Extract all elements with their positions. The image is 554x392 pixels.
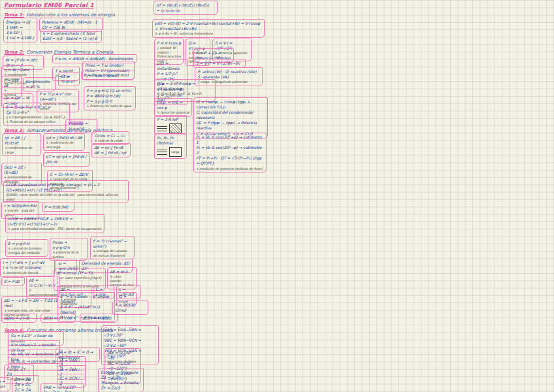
formula-box: ηT = ηc·ηd = ∫Pd·dt / ∫Pc·dt (43, 152, 90, 167)
note-line: de inercia (flywheel) (93, 253, 132, 258)
formula-line: ΔE = m·λ (110, 269, 134, 274)
formula-line: E = n·Cp·½·ρ·π·R²·v³ = Cp·½·ρ·A·v³ (6, 105, 67, 115)
formula-line: ΔE(t) = V·ΔQ(t) (82, 316, 115, 321)
note-line: { ce: calor específico J/(kg·K) } (56, 276, 103, 284)
formula-box: ΔE(t) = ∫ I·V·dt (41, 314, 76, 323)
formula-box: p(t) = v(t)·i(t) = 2·V·I·cos(ωt+θv)·cos(… (152, 19, 265, 38)
formula-box: S̄ = V̄·Ī* = V·I ∠(θv−θi) (193, 59, 246, 68)
formula-line: ĪC = V̄CN / Z̄ (59, 376, 83, 386)
formula-line: P = 3·R·Ief² (157, 117, 184, 122)
formula-line: f.d.p. = P/S = cos φ (157, 100, 189, 110)
formula-line: P = V·I·cos φ (157, 41, 181, 46)
note-line: ↳ calor latente, (110, 274, 134, 283)
formula-line: Energía ⇒ [J] (6, 20, 35, 25)
formula-line: E = ½·I·(ωmax² − ωmin²) (93, 238, 132, 249)
section-heading-text: Introducción a los sistemas de energía (27, 12, 115, 18)
formula-line: ΔE = ηc·∫ Pc·dt (94, 145, 128, 150)
formula-box: ηd = ∫ Pd(t)·dt / ΔE↳ rendimiento de des… (43, 133, 85, 151)
formula-line: S̄ = V̄·Ī* = V·I ∠(θv−θi) (196, 61, 243, 66)
formula-sheet-page: Formulario EM06 Parcial 1 Tema 1:Introdu… (0, 0, 554, 392)
note-line: (€/kWh, coste medio del kWh en la vida ú… (6, 193, 126, 201)
formula-line: ηT = (W₁/E₁)·(W₂/E₂)·(W₃/E₃) (156, 3, 215, 8)
formula-line: I = ½·m·R² (cilindro) (3, 265, 52, 270)
formula-line: P₂ = VL·IL·cos(30°−φ) → vatímetro 2 (196, 145, 264, 155)
formula-line: DoD = ΔE / (E+ΔE) (4, 165, 39, 175)
formula-line: LCOE = CAPEX·FRC/E + OPEX/E = (I₀/E)·(r·… (8, 216, 102, 227)
section-heading: Tema 1:Introducción a los sistemas de en… (4, 12, 115, 18)
formula-line: Pmec = T·ω (motor) (85, 63, 132, 68)
formula-box: η = E aprovechada / E totalEútil = η·E ·… (40, 29, 102, 43)
formula-box: F ≈ 96500 C/mol (112, 301, 148, 315)
formula-box: f.d.p. = P/S = cos φ↳ factor de potencia (154, 98, 192, 117)
formula-line: R₁, R₂, R₃ (Bobina) (157, 135, 184, 146)
formula-box: P = ρ·g·H·Q (Q en m³/s)P = 9800·Q·H [W]P… (84, 86, 136, 110)
formula-box: ĪC = V̄CN / Z̄ (57, 374, 86, 388)
formula-line: Rendimiento ≈ 40 % (25, 79, 53, 90)
formula-line: Triángulo → Estrella: Z̄Y = Z̄Δ/3 (101, 380, 141, 391)
formula-line: QC = P·(tgφ₁ − tgφ₂) → Potencia reactiva (196, 120, 265, 131)
formula-line: ω = (0, 379, 8, 384)
formula-line: C: capacidad del condensador necesaria (196, 110, 265, 120)
note-line: ↳ factor de potencia (157, 110, 189, 115)
formula-line: Z̄A = Z̄B (14, 377, 37, 382)
formula-box: P = E/Δt [W] (42, 203, 74, 212)
formula-line: E° = E°cátodo − E°ánodo (Redox) (60, 294, 112, 304)
formula-line: P = E/Δt [W] (44, 204, 72, 210)
note-line: { n.º aerogeneradores · Cp ≤ 16/27 } (6, 115, 67, 120)
formula-line: PT = P₁+P₂ · QT = √3·(P₂−P₁) {tgφ = QT/P… (196, 155, 264, 166)
note-line: ↳ φ = θv − θi · potencia instantánea (155, 31, 262, 36)
formula-line: Pmax = η·ρ·g·Q·h (52, 240, 85, 250)
note-line: ↳ Potencia de un parque eólico (6, 120, 67, 124)
formula-line: = η₁·η₂·η₃·η₄ (156, 8, 215, 13)
formula-line: F ≈ 96500 C/mol (115, 302, 146, 313)
formula-box: Ec = ½·m·v² (58, 72, 80, 86)
circuit-load-box (169, 123, 182, 133)
section-heading-label: Tema 2: (4, 50, 24, 55)
formula-line: p(t) = v(t)·i(t) = 2·V·I·cos(ωt+θv)·cos(… (155, 21, 262, 31)
formula-line: IC = I·senφ₁ − I·cosφ₁·tgφ₂ ↳ corrección… (196, 99, 265, 110)
circuit-diagram-wattmeter (157, 123, 182, 133)
formula-box: ω =2π·f (0, 377, 10, 391)
formula-box: Z̄A = Z̄BZ̄B = Z̄CZ̄C = Z̄A (12, 375, 39, 392)
section-heading-label: Tema 3: (4, 128, 24, 133)
formula-line: P = η·ρ·g·Q·H (86, 99, 133, 104)
formula-line: ĪAB = I∠(30°−θ) (107, 350, 138, 361)
formula-line: η = W / Qabs (4, 67, 31, 73)
formula-line: ΔE = ∫ Pd·dt / ηd (94, 150, 128, 155)
note-line: ↳ potencia de la turbina (52, 250, 85, 259)
formula-line: 1 kWh = 3,6·10⁶ J (6, 25, 35, 35)
note-line: ↳ medición de potencia (método de Aron) (196, 167, 264, 171)
formula-line: ΔE = m·ce·(Tf − Ti) (56, 270, 103, 276)
formula-box: Pmax = η·ρ·g·Q·h↳ potencia de la turbina (50, 238, 88, 261)
formula-box: ΔE(t) = V·ΔQ(t) (80, 314, 118, 323)
formula-box: I = ∫ r²·dm = ∫ ρ·r²·dVI = ½·m·R² (cilin… (0, 258, 55, 277)
note-line: ↳ Potencia del salto de agua (86, 104, 133, 108)
formula-line: C = Cn·(A·h) ≈ ΔE/V (50, 172, 90, 177)
formula-line: Eútil = η·E · Epérd = (1−η)·E (42, 36, 99, 41)
formula-line: η = E aprovechada / E total (42, 31, 99, 36)
formula-line: P = ΔQ/Δt (4, 78, 19, 88)
formula-line: ηd = ∫ Pd(t)·dt / ΔE (46, 135, 82, 140)
formula-line: ΔE = ½·C·(V₁²−V₂²) (29, 278, 57, 288)
section-heading-label: Tema 1: (4, 12, 24, 18)
formula-box: LCOE (Levelized cost of energy storage) … (3, 180, 129, 203)
formula-box: ΔQ(t) = ∫ I·dt (1, 314, 37, 323)
formula-line: 1 cal = 4,186 J (6, 35, 35, 41)
circuit-diagram-load: carga (157, 147, 182, 157)
formula-box: P = 3·R·Ief² (154, 115, 187, 135)
note-line: { unidad: W (vatios) (157, 46, 181, 54)
formula-line: P₁ = VL·IL·cos(30°+φ) → vatímetro 1 (196, 135, 264, 145)
note-line: ↳ central de bombeo, (8, 246, 46, 251)
formula-line: V̄BC = V̄BN−V̄CN = √3·V∠−90° (104, 338, 156, 348)
circuit-load-box: carga (169, 147, 182, 157)
note-line: energía del embalse (8, 251, 46, 255)
formula-box: Estrella → Triángulo: Z̄Δ = 3·Z̄YTriángu… (98, 368, 144, 392)
formula-box: R₁, R₂, R₃ (Bobina)carga (154, 133, 187, 159)
formula-line: ΔE(t) = ∫ I·V·dt (43, 316, 73, 321)
note-line: ↳ energía del volante (93, 249, 132, 253)
formula-box: E = ½·I·(ωmax² − ωmin²)↳ energía del vol… (90, 237, 135, 259)
formula-line: I = ∫ r²·dm = ∫ ρ·r²·dV (3, 260, 52, 265)
formula-line: ΔG = −z·F·E = ΔH − T·ΔS (1 mol) (4, 298, 59, 308)
formula-line: Pviento = ½·ρ·v³·A (68, 121, 95, 131)
formula-line: ηc = ΔE / ∫ Pc(t)·dt (5, 135, 39, 146)
